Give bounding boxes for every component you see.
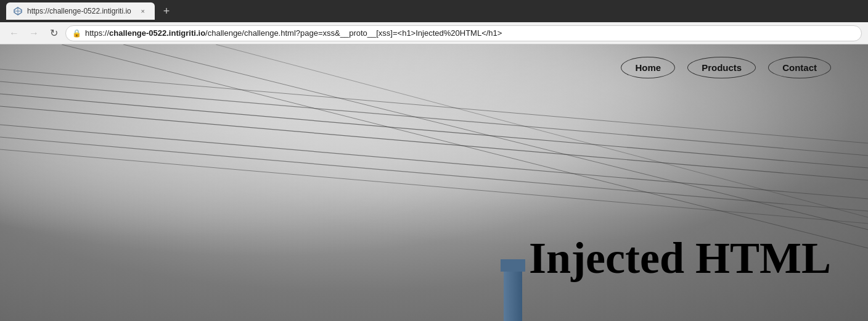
svg-line-9 xyxy=(0,149,868,223)
tab-favicon-icon xyxy=(14,7,22,15)
chimney-top xyxy=(501,259,525,272)
chimney xyxy=(504,272,522,321)
url-path: /challenge/challenge.html?page=xss&__pro… xyxy=(205,28,502,38)
address-box[interactable]: 🔒 https://challenge-0522.intigriti.io/ch… xyxy=(65,25,862,41)
back-button[interactable]: ← xyxy=(6,25,22,41)
nav-home-label: Home xyxy=(635,62,661,73)
lock-icon: 🔒 xyxy=(72,29,81,38)
page-content: Home Products Contact Injected HTML xyxy=(0,44,868,321)
url-text: https://challenge-0522.intigriti.io/chal… xyxy=(85,28,502,38)
active-tab[interactable]: https://challenge-0522.intigriti.io × xyxy=(6,2,155,20)
tab-title: https://challenge-0522.intigriti.io xyxy=(27,7,131,15)
svg-line-4 xyxy=(0,106,868,180)
nav-item-home[interactable]: Home xyxy=(621,57,675,78)
url-domain: challenge-0522.intigriti.io xyxy=(109,28,205,38)
navigation-bar: Home Products Contact xyxy=(621,57,831,78)
new-tab-button[interactable]: + xyxy=(160,5,174,18)
tab-close-button[interactable]: × xyxy=(139,7,147,15)
nav-item-contact[interactable]: Contact xyxy=(768,57,831,78)
browser-tab-bar: https://challenge-0522.intigriti.io × + xyxy=(0,0,868,22)
nav-products-label: Products xyxy=(702,62,742,73)
svg-line-5 xyxy=(0,81,868,156)
svg-line-3 xyxy=(0,94,868,168)
address-bar-row: ← → ↻ 🔒 https://challenge-0522.intigriti… xyxy=(0,22,868,44)
refresh-button[interactable]: ↻ xyxy=(46,25,62,41)
forward-button[interactable]: → xyxy=(26,25,42,41)
svg-line-7 xyxy=(0,137,868,211)
nav-contact-label: Contact xyxy=(782,62,817,73)
svg-line-8 xyxy=(0,69,868,143)
injected-html-heading: Injected HTML xyxy=(529,233,831,284)
tab-bar: https://challenge-0522.intigriti.io × + xyxy=(6,2,862,20)
url-prefix: https:// xyxy=(85,28,109,38)
nav-item-products[interactable]: Products xyxy=(687,57,756,78)
svg-line-6 xyxy=(0,125,868,199)
